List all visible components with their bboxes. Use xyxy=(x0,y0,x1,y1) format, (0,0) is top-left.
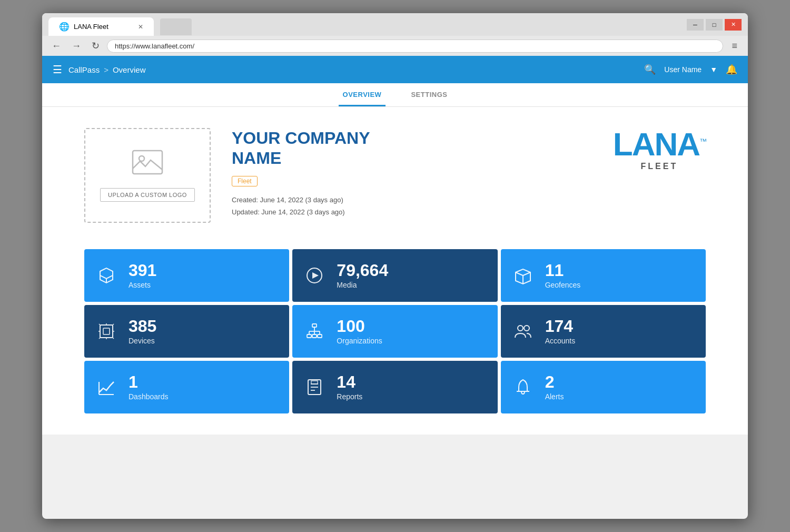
image-placeholder-icon xyxy=(132,150,163,182)
svg-rect-35 xyxy=(311,381,318,384)
stat-card-geofences[interactable]: 11 Geofences xyxy=(501,249,706,302)
svg-line-17 xyxy=(113,338,114,339)
devices-icon xyxy=(95,321,118,342)
assets-label: Assets xyxy=(129,281,156,289)
svg-point-28 xyxy=(524,326,529,331)
devices-number: 385 xyxy=(129,318,156,334)
tab-favicon: 🌐 xyxy=(59,22,70,32)
browser-titlebar: 🌐 LANA Fleet ✕ ─ □ ✕ xyxy=(42,13,748,36)
geofences-label: Geofences xyxy=(545,281,581,289)
stat-card-organizations[interactable]: 100 Organizations xyxy=(292,305,497,358)
geofences-icon xyxy=(511,265,535,286)
svg-line-6 xyxy=(523,272,530,275)
header-left: ☰ CallPass > Overview xyxy=(53,63,145,76)
stat-info-organizations: 100 Organizations xyxy=(337,318,382,345)
stat-info-reports: 14 Reports xyxy=(337,373,362,401)
stat-card-reports[interactable]: 14 Reports xyxy=(292,361,497,413)
accounts-number: 174 xyxy=(545,318,576,334)
hamburger-menu[interactable]: ☰ xyxy=(53,63,62,76)
assets-icon xyxy=(95,265,118,286)
media-number: 79,664 xyxy=(337,262,388,279)
breadcrumb: CallPass > Overview xyxy=(68,65,145,74)
alerts-number: 2 xyxy=(545,373,564,390)
back-button[interactable]: ← xyxy=(48,40,64,53)
svg-line-5 xyxy=(516,272,523,275)
breadcrumb-parent[interactable]: CallPass xyxy=(68,65,100,74)
browser-window: 🌐 LANA Fleet ✕ ─ □ ✕ ← → ↻ ≡ ☰ CallPass … xyxy=(42,13,748,519)
alerts-icon xyxy=(511,377,535,398)
svg-line-14 xyxy=(99,324,100,325)
browser-tab[interactable]: 🌐 LANA Fleet ✕ xyxy=(48,17,154,36)
app-tabs: OVERVIEW SETTINGS xyxy=(42,83,748,107)
svg-rect-8 xyxy=(100,325,113,338)
stat-info-accounts: 174 Accounts xyxy=(545,318,576,345)
user-dropdown-arrow[interactable]: ▼ xyxy=(710,65,717,74)
stat-info-media: 79,664 Media xyxy=(337,262,388,289)
reports-label: Reports xyxy=(337,392,362,401)
svg-rect-21 xyxy=(318,334,322,338)
stat-card-devices[interactable]: 385 Devices xyxy=(84,305,289,358)
lana-fleet-logo: LANA™ FLEET xyxy=(613,128,706,171)
stat-card-media[interactable]: 79,664 Media xyxy=(292,249,497,302)
company-section: UPLOAD A CUSTOM LOGO YOUR COMPANY NAME F… xyxy=(84,128,706,223)
address-bar[interactable] xyxy=(107,40,723,53)
user-name[interactable]: User Name xyxy=(664,65,702,74)
company-tag: Fleet xyxy=(232,176,258,186)
assets-number: 391 xyxy=(129,262,156,279)
tab-settings[interactable]: SETTINGS xyxy=(407,83,451,106)
forward-button[interactable]: → xyxy=(68,40,84,53)
svg-line-15 xyxy=(113,324,114,325)
browser-toolbar: ← → ↻ ≡ xyxy=(42,36,748,56)
devices-label: Devices xyxy=(129,337,156,345)
lana-logo-sub: FLEET xyxy=(641,162,678,171)
stat-card-dashboards[interactable]: 1 Dashboards xyxy=(84,361,289,413)
media-icon xyxy=(303,265,326,286)
search-icon[interactable]: 🔍 xyxy=(644,64,656,75)
tab-close-button[interactable]: ✕ xyxy=(138,23,143,31)
header-right: 🔍 User Name ▼ 🔔 xyxy=(644,64,737,75)
svg-point-1 xyxy=(139,156,144,161)
breadcrumb-separator: > xyxy=(104,65,108,74)
notification-bell-icon[interactable]: 🔔 xyxy=(726,64,737,75)
svg-rect-0 xyxy=(133,151,162,174)
company-info: YOUR COMPANY NAME Fleet Created: June 14… xyxy=(232,128,592,219)
accounts-label: Accounts xyxy=(545,337,576,345)
stat-info-assets: 391 Assets xyxy=(129,262,156,289)
tab-title: LANA Fleet xyxy=(74,23,108,31)
organizations-number: 100 xyxy=(337,318,382,334)
organizations-label: Organizations xyxy=(337,337,382,345)
svg-rect-18 xyxy=(312,324,317,327)
accounts-icon xyxy=(511,321,535,342)
lana-logo-text: LANA™ xyxy=(613,128,706,161)
updated-date: Updated: June 14, 2022 (3 days ago) xyxy=(232,206,592,218)
reload-button[interactable]: ↻ xyxy=(88,39,103,53)
stat-info-alerts: 2 Alerts xyxy=(545,373,564,401)
company-meta: Created: June 14, 2022 (3 days ago) Upda… xyxy=(232,194,592,219)
svg-rect-9 xyxy=(103,328,110,334)
media-label: Media xyxy=(337,281,388,289)
reports-number: 14 xyxy=(337,373,362,390)
stat-card-accounts[interactable]: 174 Accounts xyxy=(501,305,706,358)
app-header: ☰ CallPass > Overview 🔍 User Name ▼ 🔔 xyxy=(42,56,748,83)
close-button[interactable]: ✕ xyxy=(725,19,742,31)
minimize-button[interactable]: ─ xyxy=(687,19,704,31)
stats-grid: 391 Assets 79,664 Media xyxy=(84,249,706,413)
new-tab-button[interactable] xyxy=(160,18,192,35)
created-date: Created: June 14, 2022 (3 days ago) xyxy=(232,194,592,206)
svg-point-27 xyxy=(518,326,523,331)
logo-upload-area[interactable]: UPLOAD A CUSTOM LOGO xyxy=(84,128,211,223)
stat-card-alerts[interactable]: 2 Alerts xyxy=(501,361,706,413)
app-content: UPLOAD A CUSTOM LOGO YOUR COMPANY NAME F… xyxy=(42,107,748,435)
stat-card-assets[interactable]: 391 Assets xyxy=(84,249,289,302)
reports-icon xyxy=(303,377,326,398)
tab-overview[interactable]: OVERVIEW xyxy=(339,83,386,106)
browser-menu-button[interactable]: ≡ xyxy=(727,40,742,53)
geofences-number: 11 xyxy=(545,262,581,279)
maximize-button[interactable]: □ xyxy=(706,19,723,31)
svg-line-16 xyxy=(99,338,100,339)
dashboards-label: Dashboards xyxy=(129,392,169,401)
upload-custom-logo-button[interactable]: UPLOAD A CUSTOM LOGO xyxy=(100,188,195,202)
company-name: YOUR COMPANY NAME xyxy=(232,128,592,169)
dashboards-icon xyxy=(95,377,118,398)
window-controls: ─ □ ✕ xyxy=(687,19,742,31)
